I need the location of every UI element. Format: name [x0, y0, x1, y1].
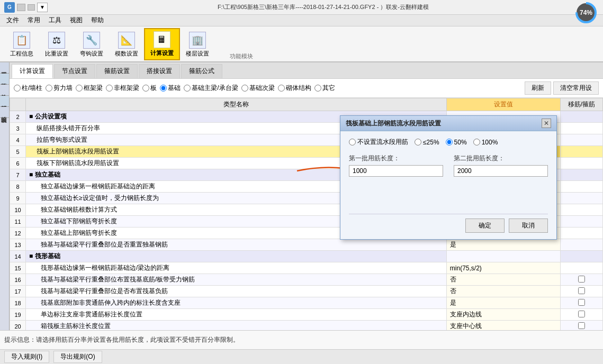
- col-header-num: [10, 98, 26, 111]
- tab-lap-settings[interactable]: 搭接设置: [139, 64, 180, 78]
- title-bar-text: F:\工程\905新格三\新格三年库----2018-01-27-14-21-0…: [48, 3, 599, 11]
- table-row: 20 箱筏板主筋标注长度位置 支座中心线: [10, 321, 603, 331]
- sidebar-item-project-settings[interactable]: 工程设置: [0, 62, 9, 74]
- input-batch2[interactable]: [454, 165, 548, 177]
- btn-floor-label: 楼层设置: [186, 50, 209, 58]
- tab-node-settings[interactable]: 节点设置: [54, 64, 95, 78]
- input-batch1[interactable]: [349, 165, 443, 177]
- radio-nonbeam[interactable]: 非框架梁: [106, 84, 139, 93]
- radio-wall[interactable]: 剪力墙: [46, 84, 73, 93]
- weight-setting-icon: ⚖: [48, 32, 65, 49]
- status-text: 提示信息：请选择用筋百分率并设置各批用筋长度，此项设置不受错开百分率限制。: [4, 335, 239, 344]
- tab-stirrup-settings[interactable]: 箍筋设置: [96, 64, 138, 78]
- project-info-icon: 📋: [13, 32, 30, 49]
- btn-floor-setting[interactable]: 🏢 楼层设置: [180, 29, 215, 60]
- table-row: 13 独基与基础梁平行重叠部位是否重置独基钢筋 是: [10, 239, 603, 251]
- sidebar-item-report[interactable]: 报表输出: [0, 107, 9, 118]
- radio-masonry[interactable]: 砌体结构: [278, 84, 311, 93]
- field-batch2: 第二批用筋长度：: [454, 154, 548, 177]
- table-row: 18 筏基底部附加非贯通筋伸入跨内的标注长度含支座 是: [10, 297, 603, 309]
- btn-model-setting[interactable]: 📐 模数设置: [109, 29, 144, 60]
- dialog-btn-cancel[interactable]: 取消: [509, 219, 548, 233]
- radio-foundation[interactable]: 基础: [160, 84, 181, 93]
- window-icon2: [28, 4, 35, 11]
- radio-foundation-sub[interactable]: 基础次梁: [241, 84, 275, 93]
- checkbox-19[interactable]: [578, 311, 585, 317]
- dialog-radio-100[interactable]: 100%: [473, 139, 498, 146]
- btn-import-rules[interactable]: 导入规则(I): [4, 351, 49, 363]
- col-header-value: 设置值: [446, 98, 560, 111]
- btn-project-info-label: 工程信息: [10, 50, 33, 58]
- model-setting-icon: 📐: [118, 32, 135, 49]
- sidebar-item-drawing[interactable]: 绘图输入: [0, 74, 9, 85]
- sidebar: 工程设置 绘图输入 单构件输入 翻样明细 报表输出: [0, 62, 10, 330]
- menu-common[interactable]: 常用: [23, 15, 44, 26]
- btn-arch-label: 弯钩设置: [80, 50, 103, 58]
- col-header-name: 类型名称: [26, 98, 447, 111]
- app-icon: G: [4, 2, 15, 13]
- btn-model-label: 模数设置: [115, 50, 138, 58]
- table-row: 19 单边标注支座非贯通筋标注长度位置 支座内边线: [10, 309, 603, 321]
- floor-setting-icon: 🏢: [189, 32, 206, 49]
- checkbox-17[interactable]: [578, 287, 585, 294]
- calc-setting-icon: 🖩: [154, 31, 170, 48]
- table-row: 17 筏基与基础梁平行重叠部位是否布置筏基负筋 否: [10, 286, 603, 297]
- btn-refresh[interactable]: 刷新: [525, 81, 551, 95]
- dialog-close-btn[interactable]: ✕: [542, 119, 551, 128]
- checkbox-20[interactable]: [578, 322, 585, 329]
- btn-weight-label: 比重设置: [45, 50, 68, 58]
- dialog-radio-none[interactable]: 不设置流水段用筋: [349, 138, 408, 147]
- menu-tools[interactable]: 工具: [44, 15, 66, 26]
- btn-arch-setting[interactable]: 🔧 弯钩设置: [74, 29, 109, 60]
- btn-calc-setting[interactable]: 🖩 计算设置: [144, 28, 180, 60]
- dialog-btn-ok[interactable]: 确定: [465, 219, 505, 233]
- sidebar-item-single[interactable]: 单构件输入: [0, 85, 9, 96]
- dialog-radio-25[interactable]: ≤25%: [415, 139, 439, 146]
- circle-progress-container: 74%: [574, 1, 598, 26]
- radio-other[interactable]: 其它: [314, 84, 335, 93]
- radio-foundation-main[interactable]: 基础主梁/承台梁: [184, 84, 238, 93]
- btn-project-info[interactable]: 📋 工程信息: [4, 29, 39, 60]
- arch-setting-icon: 🔧: [83, 32, 100, 49]
- radio-slab[interactable]: 板: [142, 84, 157, 93]
- table-row: 15 筏形基础边缘第一根钢筋距基础边/梁边的距离 min(75,s/2): [10, 262, 603, 274]
- table-row: 16 筏基与基础梁平行重叠部位布置筏基底筋/板带受力钢筋 否: [10, 274, 603, 286]
- btn-clear[interactable]: 清空常用设: [553, 81, 599, 95]
- svg-text:74%: 74%: [580, 9, 592, 16]
- btn-weight-setting[interactable]: ⚖ 比重设置: [39, 29, 74, 60]
- btn-calc-label: 计算设置: [150, 49, 174, 57]
- sidebar-item-detail[interactable]: 翻样明细: [0, 96, 9, 107]
- radio-beam[interactable]: 框架梁: [76, 84, 103, 93]
- radio-col[interactable]: 柱/墙柱: [14, 84, 42, 93]
- version-text: ▼: [40, 4, 45, 10]
- tab-stirrup-formula[interactable]: 箍筋公式: [181, 64, 222, 78]
- table-row: 14 ■ 筏形基础: [10, 251, 603, 262]
- menu-file[interactable]: 文件: [2, 15, 23, 26]
- btn-export-rules[interactable]: 导出规则(O): [53, 351, 102, 363]
- checkbox-16[interactable]: [578, 276, 585, 283]
- window-icon: [17, 4, 25, 11]
- tab-calc-settings[interactable]: 计算设置: [12, 64, 53, 78]
- menu-help[interactable]: 帮助: [87, 15, 108, 26]
- version-selector[interactable]: ▼: [37, 3, 48, 12]
- dialog-radio-50[interactable]: 50%: [446, 139, 467, 146]
- progress-circle: 74%: [574, 1, 598, 24]
- ribbon-section-label: 功能模块: [230, 52, 253, 60]
- dialog-title-text: 筏板基础上部钢筋流水段用筋设置: [346, 119, 441, 128]
- field-batch1: 第一批用筋长度：: [349, 154, 443, 177]
- dialog-title-bar: 筏板基础上部钢筋流水段用筋设置 ✕: [340, 116, 556, 131]
- menu-view[interactable]: 视图: [66, 15, 87, 26]
- col-header-move: 移筋/箍筋: [561, 98, 603, 111]
- dialog: 筏板基础上部钢筋流水段用筋设置 ✕ 不设置流水段用筋 ≤25% 50% 100%…: [340, 115, 557, 240]
- checkbox-18[interactable]: [578, 299, 585, 306]
